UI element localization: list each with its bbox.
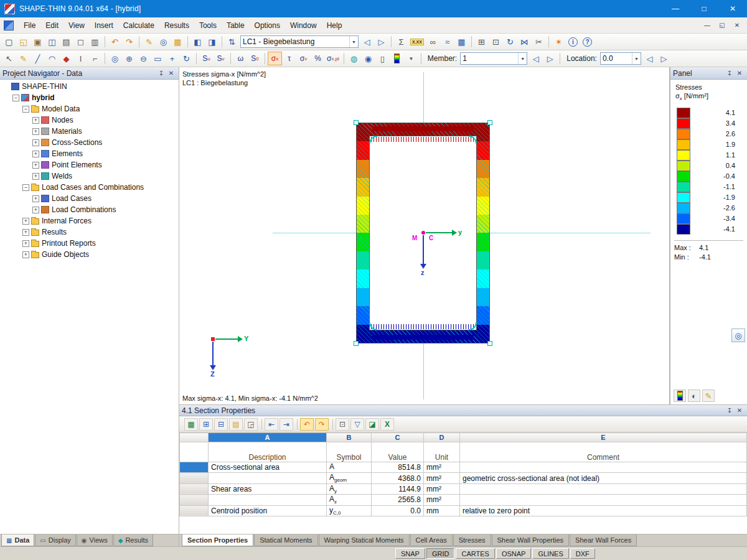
menu-tools[interactable]: Tools [194,19,222,32]
unit-cell[interactable]: mm² [424,473,460,483]
symbol-cell[interactable]: Ageom [327,473,372,483]
column-e-header[interactable]: E [460,433,747,442]
expand-icon[interactable]: + [32,162,39,169]
tree-item-materials[interactable]: +Materials [0,126,179,137]
description-cell[interactable] [209,473,327,483]
menu-view[interactable]: View [63,19,90,32]
symbol-cell[interactable]: A [327,462,372,473]
tab-statical-moments[interactable]: Statical Moments [254,534,317,546]
row-gutter[interactable] [180,442,209,462]
excel-export-icon[interactable]: X [380,418,394,431]
result-s0-button[interactable]: S0 [248,52,262,65]
new-icon[interactable]: ▢ [2,35,16,49]
value-cell[interactable]: 4368.0 [372,473,424,483]
tree-item-load-combinations[interactable]: +Load Combinations [0,204,179,215]
color-scale-settings-icon[interactable] [674,390,686,402]
beam-tool-icon[interactable]: Ι [73,52,88,65]
chevron-down-icon[interactable]: ▼ [349,36,356,47]
number-format-icon[interactable]: X.XX [408,35,426,49]
expand-icon[interactable]: + [32,139,39,146]
result-sv-button[interactable]: Sv [214,52,228,65]
grid-icon[interactable]: ⊞ [474,35,489,49]
menu-insert[interactable]: Insert [90,19,118,32]
close-icon[interactable]: ✕ [735,68,745,78]
tree-item-point-elements[interactable]: +Point Elements [0,159,179,170]
select-icon[interactable]: ↖ [2,52,16,65]
zoom-window-icon[interactable]: ◎ [108,52,122,65]
unit-header[interactable]: Unit [424,442,460,462]
description-cell[interactable]: Shear areas [209,483,327,494]
comment-cell[interactable]: relative to zero point [460,505,747,516]
unit-cell[interactable]: mm² [424,495,460,505]
chart-icon[interactable]: ◪ [365,418,379,431]
draw-line-icon[interactable]: ╱ [31,52,45,65]
result-sigma-x-button[interactable]: σx [268,52,282,65]
unit-cell[interactable]: mm [424,505,460,516]
result-table-icon[interactable]: ▦ [454,35,469,49]
undo-icon[interactable]: ↶ [108,35,122,49]
table-corner[interactable] [180,433,209,442]
load-case-combo[interactable]: LC1 - Biegebelastung ▼ [240,35,359,48]
cartes-toggle[interactable]: CARTES [456,548,494,559]
result-sigma-v-button[interactable]: σv [296,52,311,65]
print-icon[interactable]: ▤ [59,35,73,49]
print-preview-icon[interactable]: ◻ [73,35,88,49]
previous-load-case-icon[interactable]: ◁ [360,35,374,49]
corner-node[interactable] [487,120,492,125]
calculate-icon[interactable]: Σ [394,35,408,49]
result-percent-button[interactable]: % [311,52,325,65]
pin-icon[interactable]: ↧ [725,406,735,416]
rotate-icon[interactable]: ↻ [503,35,517,49]
tree-item-hybrid[interactable]: −hybrid [0,92,179,103]
snap-toggle[interactable]: SNAP [395,548,425,559]
undo-icon[interactable]: ↶ [300,418,314,431]
symbol-cell[interactable]: yC,0 [327,505,372,516]
tree-item-load-cases[interactable]: +Load Cases [0,193,179,204]
open-icon[interactable]: ◱ [16,35,31,49]
edit-icon[interactable]: ✎ [142,35,156,49]
info-icon[interactable]: i [566,35,580,49]
menu-edit[interactable]: Edit [40,19,63,32]
menu-table[interactable]: Table [222,19,250,32]
tree-item-welds[interactable]: +Welds [0,170,179,182]
row-gutter[interactable] [180,462,209,473]
menu-options[interactable]: Options [250,19,285,32]
comment-cell[interactable] [460,483,747,494]
import-table-icon[interactable]: ⇤ [265,418,278,431]
corner-node[interactable] [354,120,359,125]
tab-results[interactable]: ◆Results [113,534,153,546]
color-scale-icon[interactable] [390,52,404,65]
rendering-mode-icon[interactable]: ◐ [688,390,700,402]
table-icon[interactable]: ▦ [171,35,185,49]
pin-icon[interactable]: ↧ [725,68,735,78]
symbol-cell[interactable]: Az [327,495,372,505]
pan-icon[interactable]: + [165,52,179,65]
zoom-out-icon[interactable]: ⊖ [136,52,151,65]
value-header[interactable]: Value [372,442,424,462]
tree-item-printout-reports[interactable]: +Printout Reports [0,238,179,249]
draw-arc-icon[interactable]: ◠ [45,52,59,65]
menu-results[interactable]: Results [159,19,194,32]
display-properties-icon[interactable]: ✎ [702,390,715,402]
row-gutter[interactable] [180,495,209,505]
copy-icon[interactable]: ▥ [88,35,102,49]
redo-icon[interactable]: ↷ [315,418,329,431]
mdi-document-icon[interactable] [4,21,14,30]
symbol-cell[interactable]: Ay [327,483,372,494]
load-case-icon[interactable]: ⇅ [225,35,239,49]
tab-shear-wall-forces[interactable]: Shear Wall Forces [570,534,637,546]
rotate-view-icon[interactable]: ↻ [179,52,194,65]
collapse-icon[interactable]: − [22,106,29,113]
measure-icon[interactable]: ⌐ [88,52,102,65]
glines-toggle[interactable]: GLINES [532,548,568,559]
expand-icon[interactable]: + [22,240,29,247]
settings-icon[interactable]: ✶ [552,35,566,49]
goto-table-icon[interactable]: ▦ [184,418,198,431]
tab-stresses[interactable]: Stresses [453,534,491,546]
row-gutter[interactable] [180,505,209,516]
result-su-button[interactable]: Su [199,52,214,65]
dxf-toggle[interactable]: DXF [570,548,595,559]
corner-detail-icon[interactable]: ◲ [244,418,258,431]
previous-location-icon[interactable]: ◁ [642,52,657,65]
check-results-icon[interactable]: ∞ [426,35,440,49]
